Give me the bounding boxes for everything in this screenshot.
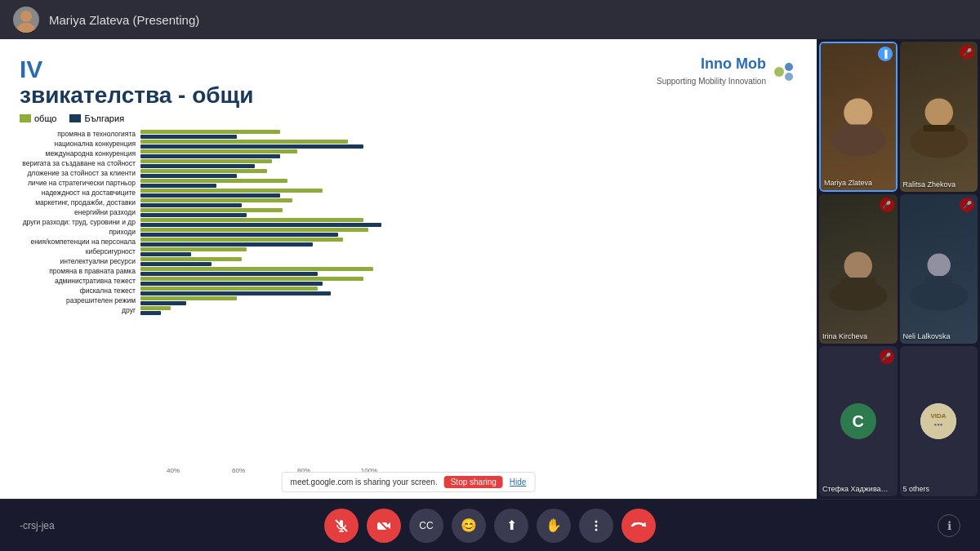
x-label-40: 40% — [140, 467, 206, 474]
slide-content: IV звикателства - общи Inno Mob Supporti… — [0, 39, 817, 499]
bar-navy — [140, 144, 363, 149]
bar-label: друг — [20, 306, 140, 314]
svg-point-11 — [829, 281, 887, 311]
participant-name-irina: Irina Kircheva — [822, 332, 867, 340]
toolbar-button-camera[interactable] — [367, 509, 401, 543]
toolbar-button-emoji[interactable]: 😊 — [452, 509, 486, 543]
bar-label: дложение за стойност за клиенти — [20, 169, 140, 177]
svg-point-27 — [595, 524, 598, 527]
legend-label-olive: общо — [34, 113, 56, 123]
mute-icon: 🎤 — [880, 198, 894, 212]
chart-row: фискална тежест — [20, 287, 797, 295]
bar-label: разрешителен режим — [20, 296, 140, 304]
presenter-title: Mariya Zlateva (Presenting) — [49, 13, 199, 27]
participant-name-neli: Neli Lalkovska — [903, 332, 951, 340]
participant-name-mariya: Mariya Zlateva — [824, 179, 872, 187]
bar-olive — [140, 198, 292, 202]
svg-point-9 — [924, 98, 953, 127]
bar-label: промяна в правната рамка — [20, 267, 140, 275]
bar-label: национална конкуренция — [20, 140, 140, 148]
chart-row: личие на стратегически партньор — [20, 179, 797, 188]
svg-point-6 — [844, 98, 872, 127]
bar-label: други разходи: труд, суровини и др — [20, 218, 140, 226]
x-label-60: 60% — [206, 467, 271, 474]
svg-point-0 — [20, 11, 32, 22]
mute-icon: 🎤 — [880, 349, 894, 364]
bar-olive — [140, 140, 348, 144]
bar-olive — [140, 306, 171, 310]
bar-navy — [140, 154, 280, 158]
mute-icon: 🎤 — [960, 45, 974, 60]
bar-olive — [140, 277, 363, 281]
svg-text:VIDA: VIDA — [931, 412, 947, 420]
bar-label: международна конкуренция — [20, 149, 140, 158]
svg-point-4 — [785, 73, 793, 81]
participant-name-ralitsa: Ralitsa Zhekova — [903, 180, 956, 189]
header: Mariya Zlateva (Presenting) — [0, 0, 980, 39]
logo-name: Inno Mob Supporting Mobility Innovation — [657, 56, 766, 87]
bar-navy — [140, 282, 323, 286]
bar-label: интелектуални ресурси — [20, 257, 140, 265]
bar-olive — [140, 130, 280, 134]
meeting-id: -crsj-jea — [20, 520, 55, 531]
toolbar-button-more[interactable] — [579, 509, 613, 543]
bar-navy — [140, 242, 313, 247]
svg-point-3 — [785, 63, 793, 71]
participant-tile-neli: 🎤Neli Lalkovska — [900, 194, 978, 344]
chart-row: административна тежест — [20, 277, 797, 286]
bar-navy — [140, 252, 191, 256]
bar-navy — [140, 311, 161, 315]
svg-point-2 — [774, 67, 784, 77]
chart-row: друг — [20, 306, 797, 315]
stop-sharing-button[interactable]: Stop sharing — [444, 476, 503, 488]
bar-olive — [140, 228, 368, 232]
info-button[interactable]: ℹ — [938, 514, 960, 537]
svg-point-12 — [844, 251, 872, 280]
chart-row: киберсигурност — [20, 247, 797, 256]
chart-row: дложение за стойност за клиенти — [20, 169, 797, 178]
bar-navy — [140, 213, 247, 217]
bar-label: веригата за създаване на стойност — [20, 159, 140, 167]
participant-tile-others: VIDA ●●● 5 others — [900, 346, 978, 496]
bar-navy — [140, 272, 318, 276]
chart-row: международна конкуренция — [20, 149, 797, 158]
slide-title: IV звикателства - общи — [20, 56, 253, 109]
bar-navy — [140, 223, 381, 227]
toolbar-center: CC😊⬆✋ — [324, 509, 656, 543]
chart-area: промяна в технологиятанационална конкуре… — [20, 130, 797, 465]
toolbar-button-present[interactable]: ⬆ — [494, 509, 528, 543]
hide-link[interactable]: Hide — [510, 478, 527, 487]
chart-legend: общо България — [20, 113, 797, 123]
bar-olive — [140, 189, 323, 193]
participant-name-stefa: Стефка Хаджива… — [822, 485, 889, 493]
svg-point-26 — [595, 520, 598, 522]
svg-point-17 — [920, 403, 956, 439]
chart-row: интелектуални ресурси — [20, 257, 797, 266]
participants-panel: ▐Mariya Zlateva 🎤Ralitsa Zhekova 🎤Irina … — [817, 39, 980, 499]
toolbar-button-hand[interactable]: ✋ — [537, 509, 571, 543]
legend-box-navy — [69, 114, 81, 122]
svg-rect-13 — [840, 278, 875, 284]
svg-point-15 — [927, 253, 950, 276]
chart-row: веригата за създаване на стойност — [20, 159, 797, 168]
bar-label: промяна в технологията — [20, 130, 140, 138]
bar-olive — [140, 247, 247, 251]
toolbar-button-end[interactable] — [621, 509, 656, 543]
toolbar-button-mic[interactable] — [324, 509, 359, 543]
bar-navy — [140, 233, 338, 237]
bar-navy — [140, 184, 216, 188]
svg-point-28 — [595, 528, 598, 531]
bar-olive — [140, 287, 318, 291]
bar-olive — [140, 238, 343, 242]
screen-share-notice: meet.google.com is sharing your screen. … — [282, 472, 536, 492]
bar-navy — [140, 203, 242, 207]
svg-rect-16 — [924, 276, 953, 282]
bar-label: ения/компетенции на персонала — [20, 238, 140, 246]
presentation-area: IV звикателства - общи Inno Mob Supporti… — [0, 39, 817, 499]
participant-tile-stefa: С🎤Стефка Хаджива… — [819, 346, 898, 496]
participant-tile-irina: 🎤Irina Kircheva — [819, 194, 898, 344]
toolbar-button-captions[interactable]: CC — [409, 509, 443, 543]
legend-item-navy: България — [69, 113, 124, 123]
bar-olive — [140, 159, 272, 163]
bar-label: фискална тежест — [20, 287, 140, 295]
